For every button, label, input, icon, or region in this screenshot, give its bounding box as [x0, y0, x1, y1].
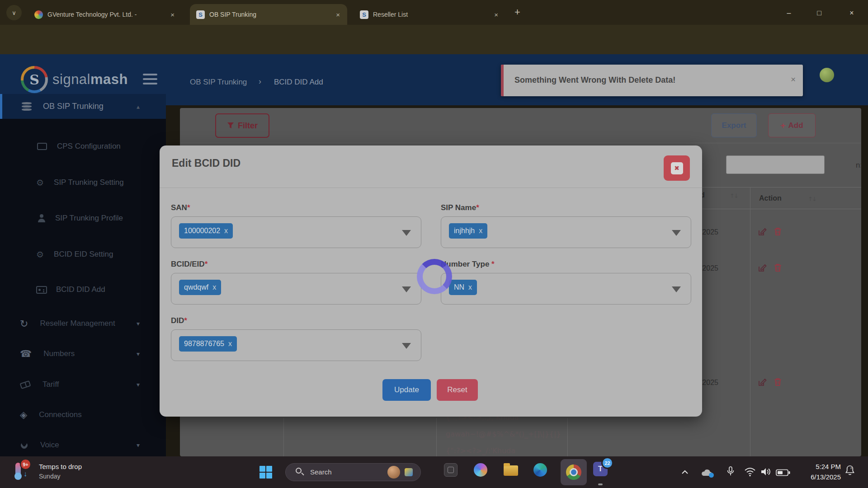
sort-icon[interactable]: ↑↓ — [808, 196, 816, 202]
delete-trash-icon[interactable] — [774, 227, 782, 236]
close-x-icon: ✖ — [671, 162, 683, 174]
dropdown-caret-icon — [672, 230, 681, 236]
edit-pencil-icon[interactable] — [758, 378, 767, 387]
number-type-select[interactable]: NNx — [441, 273, 691, 305]
chip-remove-icon[interactable]: x — [212, 283, 216, 291]
toast-message: Something Went Wrong With Delete Data! — [514, 75, 675, 85]
chip-remove-icon[interactable]: x — [468, 283, 472, 291]
bcid-eid-chip: qwdqwfx — [179, 280, 221, 295]
sip-name-label: SIP Name* — [441, 203, 479, 212]
tab-close-icon[interactable]: × — [170, 11, 175, 19]
gventure-favicon-icon — [34, 10, 43, 19]
edit-pencil-icon[interactable] — [758, 227, 767, 236]
modal-header-divider — [160, 188, 702, 188]
table-cell-border — [283, 418, 284, 456]
tab-title: Reseller List — [373, 11, 489, 18]
card-divider — [180, 143, 861, 143]
chevron-up-icon: ▴ — [137, 103, 140, 110]
active-indicator — [0, 94, 2, 119]
table-border — [683, 187, 861, 188]
sip-name-chip: injhhjhx — [449, 223, 487, 239]
dropdown-caret-icon — [402, 343, 411, 349]
required-asterisk: * — [476, 203, 479, 212]
san-chip: 100000202x — [179, 223, 233, 239]
did-label: DID* — [171, 316, 187, 325]
browser-tab-strip: ∨ GVenture Technology Pvt. Ltd. - × S OB… — [0, 0, 868, 25]
chip-remove-icon[interactable]: x — [228, 340, 232, 348]
loading-spinner — [417, 259, 452, 294]
edit-pencil-icon[interactable] — [758, 263, 767, 272]
screen: ∨ GVenture Technology Pvt. Ltd. - × S OB… — [0, 0, 868, 488]
table-border — [683, 209, 861, 209]
window-close-button[interactable]: × — [842, 6, 862, 20]
windows-taskbar — [0, 456, 868, 488]
sidebar-item-ob-sip-trunking[interactable]: OB SIP Trunking ▴ — [0, 94, 166, 119]
tab-close-icon[interactable]: × — [335, 11, 341, 19]
new-tab-button[interactable]: + — [514, 6, 520, 18]
add-label: Add — [788, 121, 803, 130]
filter-button[interactable]: Filter — [215, 113, 269, 138]
required-asterisk: * — [491, 260, 495, 268]
tab-reseller-list[interactable]: S Reseller List × — [354, 4, 505, 25]
bcid-eid-select[interactable]: qwdqwfx — [171, 273, 421, 305]
update-button[interactable]: Update — [382, 379, 431, 401]
san-label: SAN* — [171, 203, 190, 212]
table-column-header-action[interactable]: Action — [759, 194, 782, 202]
database-icon — [22, 102, 32, 111]
export-button[interactable]: Export — [711, 113, 757, 137]
bcid-eid-label: BCID/EID* — [171, 260, 208, 269]
window-minimize-button[interactable]: – — [779, 6, 799, 20]
required-asterisk: * — [184, 316, 187, 325]
tab-close-icon[interactable]: × — [493, 11, 499, 19]
signalmash-favicon-icon: S — [360, 10, 368, 19]
table-length-select[interactable] — [726, 155, 825, 174]
delete-trash-icon[interactable] — [774, 263, 782, 272]
tab-title: OB SIP Trunking — [209, 11, 330, 18]
sidebar — [0, 105, 166, 456]
tab-ob-sip-trunking[interactable]: S OB SIP Trunking × — [190, 4, 347, 25]
edit-bcid-did-modal: Edit BCID DID ✖ SAN* 100000202x SIP Name… — [160, 145, 702, 417]
dropdown-caret-icon — [402, 230, 411, 236]
tab-search-chevron-icon[interactable]: ∨ — [6, 5, 22, 20]
number-type-chip: NNx — [449, 280, 477, 295]
reset-button[interactable]: Reset — [437, 379, 478, 401]
required-asterisk: * — [205, 260, 208, 268]
plus-icon: + — [780, 121, 785, 131]
toast-accent-bar — [501, 65, 504, 96]
tab-title: GVenture Technology Pvt. Ltd. - — [47, 11, 165, 18]
toast-close-icon[interactable]: × — [791, 75, 796, 84]
signalmash-favicon-icon: S — [196, 10, 205, 19]
export-label: Export — [722, 121, 746, 130]
modal-title: Edit BCID DID — [172, 157, 241, 169]
san-select[interactable]: 100000202x — [171, 216, 421, 248]
filter-funnel-icon — [227, 122, 234, 129]
did-select[interactable]: 9878876765x — [171, 329, 421, 361]
modal-close-button[interactable]: ✖ — [664, 155, 690, 181]
error-toast: Something Went Wrong With Delete Data! × — [501, 65, 803, 96]
required-asterisk: * — [187, 203, 190, 212]
browser-toolbar: ← → ↻ signalmash.gventure.info/arun/#/ob… — [0, 25, 868, 54]
sidebar-item-label: OB SIP Trunking — [43, 102, 104, 111]
did-chip: 9878876765x — [179, 336, 237, 352]
chip-remove-icon[interactable]: x — [224, 227, 228, 235]
dropdown-caret-icon — [402, 286, 411, 292]
filter-label: Filter — [238, 121, 258, 131]
add-button[interactable]: + Add — [768, 113, 816, 137]
dropdown-caret-icon — [672, 286, 681, 292]
table-column-divider — [750, 188, 750, 456]
delete-trash-icon[interactable] — [774, 378, 782, 386]
tab-gventure[interactable]: GVenture Technology Pvt. Ltd. - × — [28, 4, 182, 25]
chip-remove-icon[interactable]: x — [479, 227, 482, 235]
sip-name-select[interactable]: injhhjhx — [441, 216, 691, 248]
sort-icon[interactable]: ↑↓ — [730, 192, 738, 199]
window-maximize-button[interactable]: □ — [809, 6, 829, 20]
table-cell-border — [436, 418, 437, 456]
table-cell-border — [567, 418, 568, 456]
search-label-fragment: n: — [856, 161, 862, 170]
